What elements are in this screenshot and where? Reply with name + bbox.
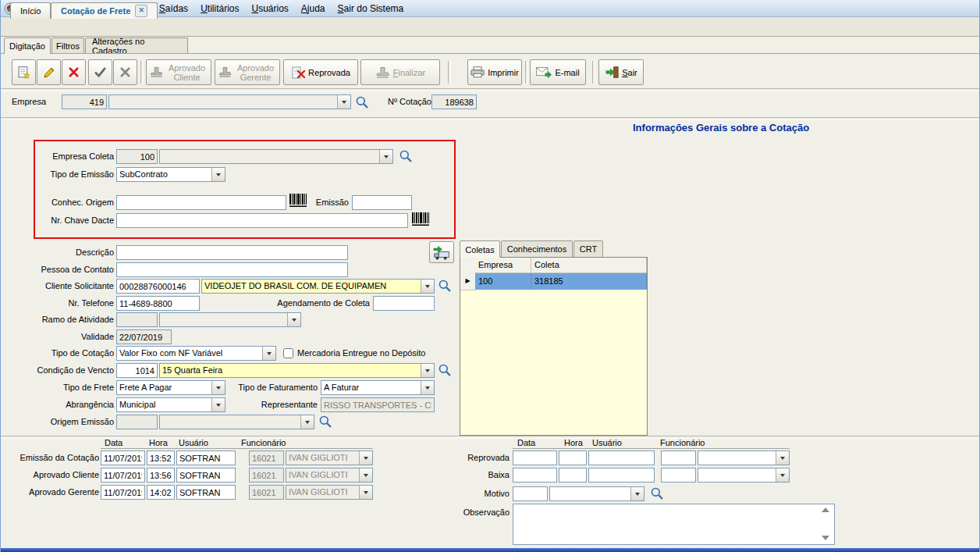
grid-header-empresa[interactable]: Empresa xyxy=(475,258,531,273)
origem-emissao-combo[interactable] xyxy=(159,415,314,429)
tab-conhecimentos[interactable]: Conhecimentos xyxy=(501,240,573,257)
empresa-search-icon[interactable] xyxy=(355,95,369,109)
aprovado-gerente-button[interactable]: Aprovado Gerente xyxy=(215,59,280,85)
tab-crt[interactable]: CRT xyxy=(573,240,603,257)
chevron-down-icon[interactable] xyxy=(630,487,644,500)
chevron-down-icon[interactable] xyxy=(300,415,314,429)
subtab-digitacao[interactable]: Digitação xyxy=(4,37,51,54)
aprov-gerente-usuario-field[interactable] xyxy=(176,485,236,500)
subtab-filtros[interactable]: Filtros xyxy=(51,37,84,53)
tipo-cotacao-combo[interactable]: Valor Fixo com NF Variável xyxy=(116,346,276,361)
chevron-down-icon[interactable] xyxy=(776,451,789,465)
baixa-func-code-field[interactable] xyxy=(661,468,696,483)
menu-sair-do-sistema[interactable]: Sair do Sistema xyxy=(332,3,410,14)
emissao-func-combo[interactable]: IVAN GIGLIOTI xyxy=(286,451,373,465)
chevron-down-icon[interactable] xyxy=(262,347,275,360)
baixa-func-combo[interactable] xyxy=(698,468,790,483)
sair-button[interactable]: Sair xyxy=(598,59,644,85)
conhec-origem-field[interactable] xyxy=(116,195,286,210)
tab-coletas[interactable]: Coletas xyxy=(460,240,500,258)
empresa-coleta-code-field[interactable] xyxy=(116,149,158,164)
emissao-func-code-field[interactable] xyxy=(249,451,284,465)
cliente-search-icon[interactable] xyxy=(438,279,452,293)
barcode-icon[interactable] xyxy=(289,193,307,210)
emissao-data-field[interactable] xyxy=(101,451,145,465)
pessoa-contato-field[interactable] xyxy=(116,262,348,277)
aprov-gerente-func-code-field[interactable] xyxy=(249,485,284,500)
chevron-down-icon[interactable] xyxy=(421,364,434,377)
chevron-down-icon[interactable] xyxy=(421,280,434,293)
scroll-down-icon[interactable] xyxy=(822,536,829,540)
agendamento-field[interactable] xyxy=(373,296,435,311)
aprov-cliente-hora-field[interactable] xyxy=(147,468,175,483)
menu-ajuda[interactable]: Ajuda xyxy=(295,3,332,14)
chevron-down-icon[interactable] xyxy=(776,468,789,482)
reprovada-usuario-field[interactable] xyxy=(588,451,655,465)
chevron-down-icon[interactable] xyxy=(359,468,372,482)
finalizar-button[interactable]: Finalizar xyxy=(360,59,440,85)
tab-inicio[interactable]: Início xyxy=(10,2,51,19)
chevron-down-icon[interactable] xyxy=(211,168,225,181)
emissao-hora-field[interactable] xyxy=(147,451,175,465)
menu-saidas[interactable]: Saídas xyxy=(153,3,194,14)
reprovada-button[interactable]: Reprovada xyxy=(283,59,358,85)
abrangencia-combo[interactable]: Municipal xyxy=(116,397,225,412)
ramo-atividade-code-field[interactable] xyxy=(116,312,158,327)
reprovada-func-combo[interactable] xyxy=(698,451,790,465)
new-record-button[interactable] xyxy=(12,59,36,85)
imprimir-button[interactable]: Imprimir xyxy=(467,59,522,85)
menu-utilitarios[interactable]: Utilitários xyxy=(194,3,245,14)
condicao-vencto-search-icon[interactable] xyxy=(438,363,452,377)
empresa-code-field[interactable] xyxy=(62,94,107,109)
grid-header-coleta[interactable]: Coleta xyxy=(531,258,647,273)
num-cotacao-field[interactable] xyxy=(431,94,477,109)
tipo-faturamento-combo[interactable]: A Faturar xyxy=(321,380,435,395)
chevron-down-icon[interactable] xyxy=(359,486,372,499)
baixa-data-field[interactable] xyxy=(513,468,557,483)
tab-cotacao-de-frete[interactable]: Cotação de Frete ✕ xyxy=(51,2,158,19)
chevron-down-icon[interactable] xyxy=(211,381,225,394)
mercadoria-deposito-checkbox[interactable] xyxy=(283,348,293,358)
observacao-textarea[interactable] xyxy=(513,504,835,545)
chevron-down-icon[interactable] xyxy=(337,95,350,109)
chevron-down-icon[interactable] xyxy=(287,313,300,326)
condicao-vencto-code-field[interactable] xyxy=(116,363,158,378)
tab-close-icon[interactable]: ✕ xyxy=(135,5,147,17)
emissao-field[interactable] xyxy=(352,195,412,210)
descricao-field[interactable] xyxy=(116,245,348,260)
representante-field[interactable] xyxy=(321,397,435,412)
delete-record-button[interactable] xyxy=(62,59,86,85)
cancel-button[interactable] xyxy=(113,59,137,85)
aprov-gerente-data-field[interactable] xyxy=(101,485,145,500)
confirm-button[interactable] xyxy=(88,59,112,85)
subtab-alteracoes[interactable]: Alterações no Cadastro xyxy=(85,37,188,53)
validade-field[interactable] xyxy=(116,329,172,344)
baixa-usuario-field[interactable] xyxy=(588,468,655,483)
cliente-name-combo[interactable]: VIDEOJET DO BRASIL COM. DE EQUIPAMEN xyxy=(201,279,435,294)
chevron-down-icon[interactable] xyxy=(359,451,372,465)
menu-usuarios[interactable]: Usuários xyxy=(245,3,294,14)
motivo-code-field[interactable] xyxy=(513,486,548,501)
barcode-icon[interactable] xyxy=(412,212,429,229)
aprovado-cliente-button[interactable]: Aprovado Cliente xyxy=(146,59,211,85)
aprov-cliente-func-code-field[interactable] xyxy=(249,468,284,483)
chevron-down-icon[interactable] xyxy=(211,398,225,411)
table-row[interactable]: 100 318185 xyxy=(475,273,647,290)
aprov-cliente-data-field[interactable] xyxy=(101,468,145,483)
aprov-cliente-func-combo[interactable]: IVAN GIGLIOTI xyxy=(286,468,373,483)
cliente-code-field[interactable] xyxy=(116,279,200,294)
motivo-combo[interactable] xyxy=(549,486,644,501)
reprovada-hora-field[interactable] xyxy=(559,451,587,465)
emissao-usuario-field[interactable] xyxy=(176,451,236,465)
empresa-coleta-search-icon[interactable] xyxy=(399,149,413,163)
tipo-emissao-combo[interactable]: SubContrato xyxy=(116,167,225,182)
reprovada-func-code-field[interactable] xyxy=(661,451,696,465)
ramo-atividade-combo[interactable] xyxy=(159,312,301,327)
aprov-cliente-usuario-field[interactable] xyxy=(176,468,236,483)
edit-record-button[interactable] xyxy=(37,59,61,85)
origem-emissao-search-icon[interactable] xyxy=(318,415,332,429)
chevron-down-icon[interactable] xyxy=(421,381,434,394)
baixa-hora-field[interactable] xyxy=(559,468,587,483)
aprov-gerente-hora-field[interactable] xyxy=(147,485,175,500)
empresa-coleta-combo[interactable] xyxy=(159,149,393,164)
